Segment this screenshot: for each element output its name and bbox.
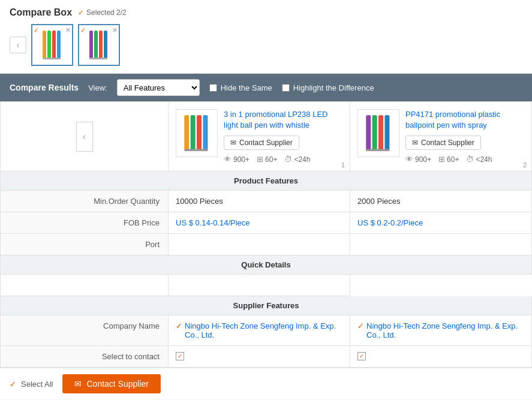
product-stats-2: 👁 900+ ⊞ 60+ ⏱ <24h xyxy=(405,155,524,164)
section-supplier-features: Supplier Features xyxy=(1,296,532,315)
thumbnail-1: ✓ ✕ xyxy=(31,24,73,66)
product-image-2 xyxy=(83,28,115,62)
svg-rect-4 xyxy=(43,58,61,59)
svg-rect-10 xyxy=(184,115,189,151)
transactions-stat-1: ⊞ 60+ xyxy=(257,155,277,164)
hide-same-label[interactable]: Hide the Same xyxy=(209,83,272,92)
svg-rect-2 xyxy=(52,31,56,59)
thumbnails-row: ‹ ✓ ✕ ✓ ✕ xyxy=(10,24,522,73)
envelope-icon-main: ✉ xyxy=(74,379,82,389)
section-product-features: Product Features xyxy=(1,172,532,191)
select-all-label[interactable]: ✓ Select All xyxy=(10,380,53,389)
product-image-1 xyxy=(37,28,68,62)
svg-rect-3 xyxy=(57,31,61,59)
svg-rect-16 xyxy=(372,115,377,151)
row-label-fob: FOB Price xyxy=(1,212,169,234)
compare-table: ‹ 3 in 1 promotional LP238 LED light bal… xyxy=(0,101,532,368)
product-stats-1: 👁 900+ ⊞ 60+ ⏱ <24h xyxy=(224,155,342,164)
product-image-svg-1 xyxy=(179,112,215,154)
checkbox-cell-2: ✓ xyxy=(350,346,532,368)
contact-checkbox-1[interactable]: ✓ xyxy=(176,352,184,360)
contact-checkbox-2[interactable]: ✓ xyxy=(357,352,366,360)
selected-check-icon: ✓ xyxy=(78,8,84,17)
product-name-2[interactable]: PP4171 promotional plastic ballpoint pen… xyxy=(405,110,500,130)
page-num-1: 1 xyxy=(341,161,345,169)
row-value-fob-1: US $ 0.14-0.14/Piece xyxy=(169,212,350,234)
supplier-link-1[interactable]: Ningbo Hi-Tech Zone Sengfeng Imp. & Exp.… xyxy=(185,321,342,339)
hide-same-checkbox[interactable] xyxy=(209,84,217,92)
thumbnail-2: ✓ ✕ xyxy=(78,24,120,66)
transaction-icon-1: ⊞ xyxy=(257,155,263,164)
eye-icon-1: 👁 xyxy=(224,155,232,164)
bottom-bar: ✓ Select All ✉ Contact Supplier xyxy=(0,368,532,399)
transaction-icon-2: ⊞ xyxy=(438,155,445,164)
highlight-diff-label[interactable]: Highlight the Difference xyxy=(282,83,374,92)
svg-rect-12 xyxy=(197,115,202,151)
svg-rect-14 xyxy=(184,149,208,151)
quick-details-val-1 xyxy=(1,275,169,296)
eye-icon-2: 👁 xyxy=(405,155,413,164)
svg-rect-18 xyxy=(384,115,389,151)
prev-arrow[interactable]: ‹ xyxy=(10,37,26,53)
supplier-check-icon-1: ✓ xyxy=(176,321,182,330)
contact-supplier-main-btn[interactable]: ✉ Contact Supplier xyxy=(62,374,161,393)
thumb-check-2: ✓ xyxy=(80,26,86,34)
svg-rect-7 xyxy=(99,31,103,59)
row-value-min-order-1: 10000 Pieces xyxy=(169,191,350,212)
product-info-1: 3 in 1 promotional LP238 LED light ball … xyxy=(224,109,342,164)
thumb-close-1[interactable]: ✕ xyxy=(65,26,71,34)
row-value-company-1: ✓ Ningbo Hi-Tech Zone Sengfeng Imp. & Ex… xyxy=(169,315,350,346)
svg-rect-8 xyxy=(104,31,107,59)
compare-box-title: Compare Box xyxy=(10,7,72,18)
supplier-link-2[interactable]: Ningbo Hi-Tech Zone Sengfeng Imp. & Exp.… xyxy=(366,321,524,339)
clock-icon-2: ⏱ xyxy=(466,155,474,164)
views-stat-2: 👁 900+ xyxy=(405,155,431,164)
envelope-icon-2: ✉ xyxy=(412,139,418,147)
svg-rect-13 xyxy=(203,115,208,151)
product-info-2: PP4171 promotional plastic ballpoint pen… xyxy=(405,109,524,164)
thumb-check-1: ✓ xyxy=(34,26,39,34)
transactions-stat-2: ⊞ 60+ xyxy=(438,155,459,164)
contact-supplier-btn-1[interactable]: ✉ Contact Supplier xyxy=(224,136,299,150)
product-header-nav: ‹ xyxy=(1,101,169,172)
row-value-port-1 xyxy=(169,234,350,255)
product-image-box-2 xyxy=(357,109,399,157)
row-value-port-2 xyxy=(350,234,532,255)
product-header-2: PP4171 promotional plastic ballpoint pen… xyxy=(350,101,532,172)
envelope-icon-1: ✉ xyxy=(230,139,236,147)
product-prev-arrow[interactable]: ‹ xyxy=(76,122,93,152)
checkbox-cell-1: ✓ xyxy=(169,346,350,368)
svg-rect-0 xyxy=(43,31,46,59)
quick-details-val-2 xyxy=(169,275,350,296)
row-value-company-2: ✓ Ningbo Hi-Tech Zone Sengfeng Imp. & Ex… xyxy=(350,315,532,346)
response-stat-1: ⏱ <24h xyxy=(284,155,310,164)
clock-icon-1: ⏱ xyxy=(284,155,292,164)
row-value-min-order-2: 2000 Pieces xyxy=(350,191,532,212)
page-num-2: 2 xyxy=(523,161,527,169)
compare-box-container: Compare Box ✓ Selected 2/2 ‹ ✓ ✕ xyxy=(0,0,532,399)
contact-supplier-btn-2[interactable]: ✉ Contact Supplier xyxy=(405,136,481,150)
svg-rect-11 xyxy=(191,115,196,151)
row-label-company: Company Name xyxy=(1,315,169,346)
svg-rect-6 xyxy=(94,31,98,59)
svg-rect-1 xyxy=(47,31,51,59)
section-quick-details: Quick Details xyxy=(1,255,532,275)
compare-box-header: Compare Box ✓ Selected 2/2 ‹ ✓ ✕ xyxy=(0,0,532,74)
product-image-box-1 xyxy=(176,109,218,157)
compare-grid: ‹ 3 in 1 promotional LP238 LED light bal… xyxy=(0,101,532,368)
select-all-check-icon: ✓ xyxy=(10,380,16,389)
thumb-close-2[interactable]: ✕ xyxy=(112,26,118,34)
view-select[interactable]: All Features Different Features Same Fea… xyxy=(117,79,200,96)
row-label-port: Port xyxy=(1,234,169,255)
row-label-min-order: Min.Order Quantity xyxy=(1,191,169,212)
selected-badge: ✓ Selected 2/2 xyxy=(78,8,127,17)
product-image-svg-2 xyxy=(360,112,396,154)
supplier-name-1: ✓ Ningbo Hi-Tech Zone Sengfeng Imp. & Ex… xyxy=(176,321,342,339)
highlight-diff-checkbox[interactable] xyxy=(282,84,290,92)
supplier-check-icon-2: ✓ xyxy=(357,321,364,330)
product-name-1[interactable]: 3 in 1 promotional LP238 LED light ball … xyxy=(224,110,327,130)
product-header-1: 3 in 1 promotional LP238 LED light ball … xyxy=(169,101,350,172)
view-label: View: xyxy=(88,83,107,92)
views-stat-1: 👁 900+ xyxy=(224,155,250,164)
supplier-name-2: ✓ Ningbo Hi-Tech Zone Sengfeng Imp. & Ex… xyxy=(357,321,524,339)
